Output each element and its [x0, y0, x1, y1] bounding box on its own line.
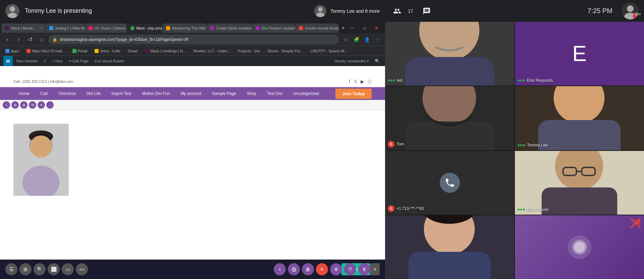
video-grid: ket E Elon Reynolds	[385, 22, 644, 279]
builder-layers-btn[interactable]: ⊞	[19, 263, 32, 275]
bookmark-projects[interactable]: Projects · Jira	[235, 47, 263, 55]
nav-home[interactable]: Home	[13, 87, 35, 100]
divi-delete-btn[interactable]: ✕	[38, 101, 45, 109]
builder-history-btn[interactable]: ⏱	[344, 263, 356, 275]
menu-icon[interactable]: ⋮	[373, 35, 382, 44]
builder-pause-btn[interactable]: ⏸	[358, 263, 370, 275]
builder-cancel-btn[interactable]: ✕	[316, 263, 328, 275]
search-icon[interactable]: 🔍	[372, 56, 382, 66]
tab-murder[interactable]: murder hornet invisible ba... ×	[296, 23, 339, 33]
nav-test-divi[interactable]: Test Divi	[262, 87, 287, 100]
nav-divi-life[interactable]: Divi Life	[81, 87, 106, 100]
close-icon[interactable]: ×	[41, 26, 43, 30]
svg-point-3	[316, 12, 324, 17]
wp-logo[interactable]: W	[3, 56, 13, 66]
bookmark-voice[interactable]: Voice · Calls	[92, 47, 123, 55]
tab-meet[interactable]: Meet - yhp-rzmp-rqu ×	[127, 23, 162, 33]
nav-sample-page[interactable]: Sample Page	[207, 87, 241, 100]
extensions-icon[interactable]: 🧩	[352, 35, 361, 44]
chat-icon[interactable]	[420, 4, 433, 18]
svg-point-2	[318, 7, 323, 12]
discard-button[interactable]: ✕	[370, 263, 380, 275]
nav-checkout[interactable]: Checkout	[53, 87, 81, 100]
builder-add-btn[interactable]: +	[274, 263, 286, 275]
builder-menu-btn[interactable]: ☰	[5, 263, 17, 275]
builder-mobile-btn[interactable]: ▭	[62, 263, 74, 275]
tab-slack[interactable]: Slack | Marshall | Newlee, |... ×	[1, 23, 46, 33]
bookmark-gmail[interactable]: Gmail	[125, 47, 140, 55]
divi-clone-btn[interactable]: ⧉	[29, 101, 36, 109]
twitter-icon[interactable]: 𝕏	[354, 79, 357, 84]
tab-create[interactable]: Create Sticky Headers, Dyn... ×	[207, 23, 252, 33]
nav-shop[interactable]: Shop	[241, 87, 262, 100]
builder-search-btn[interactable]: 🔍	[34, 263, 46, 275]
youtube-icon[interactable]: ▶	[361, 79, 364, 84]
nav-my-account[interactable]: My account	[175, 87, 207, 100]
home-button[interactable]: ⌂	[37, 35, 46, 44]
tab-introducing[interactable]: Introducing The Ultimate V... ×	[163, 23, 206, 33]
bookmark-portal[interactable]: Portal	[70, 47, 90, 55]
wp-exit-builder[interactable]: Exit Visual Builder	[92, 56, 127, 66]
join-today-button[interactable]: Join Today	[335, 89, 372, 99]
divi-settings-btn[interactable]: ⚙	[11, 101, 19, 109]
bookmark-label: Portal	[78, 49, 88, 53]
profile-icon[interactable]: 👤	[362, 35, 372, 44]
divi-more-btn[interactable]: ⋯	[46, 101, 54, 109]
wp-howdy[interactable]: Howdy, newileedev ▾	[332, 56, 372, 66]
status-dot	[523, 79, 525, 81]
facebook-icon[interactable]: f	[349, 79, 350, 84]
site-header: Call: (235) 325-1313 | info@divi.com f 𝕏…	[0, 76, 385, 87]
presenter-avatar	[5, 4, 19, 18]
builder-bottom-bar: ☰ ⊞ 🔍 ⬜ ▭ ≺/≻ + ⏻ 🗑 ✕ ⚙ ⏱ ⏸ 🖱 ✋ ? Save &…	[0, 260, 385, 279]
meet-header-right: Tommy Lee and 6 more	[314, 5, 380, 17]
divi-add-btn[interactable]: +	[3, 101, 10, 109]
bookmark-apps[interactable]: Apps	[3, 47, 22, 55]
website-content: Call: (235) 325-1313 | info@divi.com f 𝕏…	[0, 66, 385, 260]
elon-initial: E	[572, 41, 587, 66]
status-dots	[518, 209, 525, 211]
tab-label: Divi Feature Update! Intro...	[262, 26, 295, 30]
nav-cart[interactable]: Cart	[35, 87, 53, 100]
bookmark-lmgtfy[interactable]: LMGTFY · Search M...	[308, 47, 350, 55]
builder-trash-btn[interactable]: 🗑	[302, 263, 314, 275]
nav-import-test[interactable]: Import Test	[106, 87, 137, 100]
tab-divi-feature[interactable]: Divi Feature Update! Intro... ×	[252, 23, 295, 33]
instagram-icon[interactable]: ⬡	[368, 79, 372, 84]
attendee-info: Tommy Lee and 6 more	[330, 8, 380, 14]
bookmark-mail[interactable]: https://blu179.mail...	[24, 47, 67, 55]
minimize-button[interactable]: ─	[347, 23, 357, 33]
url-bar[interactable]: 🔒 dreamismagine.wpengine.com/?page_id=43…	[48, 35, 339, 44]
builder-tablet-btn[interactable]: ⬜	[48, 263, 60, 275]
builder-settings-btn[interactable]: ⚙	[330, 263, 342, 275]
wp-new-website[interactable]: New Website	[13, 56, 41, 66]
participants-icon[interactable]	[390, 4, 404, 18]
tab-vc-vision[interactable]: VC Vision | Optical + Style ×	[85, 23, 127, 33]
bookmark-label: Voice · Calls	[100, 49, 120, 53]
presenter-text: Tommy Lee is presenting	[25, 7, 92, 14]
bookmark-newlee[interactable]: Newlee, LLC - Calen...	[191, 47, 233, 55]
nav-uncategorized[interactable]: Uncategorized	[287, 87, 324, 100]
builder-power-btn[interactable]: ⏻	[288, 263, 300, 275]
tab-label: VC Vision | Optical + Style	[95, 26, 127, 30]
maximize-button[interactable]: ▭	[360, 23, 369, 33]
tab-testing[interactable]: testing 1 | New Website ×	[46, 23, 85, 33]
bookmarks-bar: Apps https://blu179.mail... Portal Voice…	[0, 46, 385, 56]
bookmark-stores[interactable]: Stores · Shopify Par...	[265, 47, 306, 55]
forward-button[interactable]: ›	[14, 35, 23, 44]
builder-code-btn[interactable]: ≺/≻	[76, 263, 88, 275]
bookmark-label: https://blu179.mail...	[32, 49, 65, 53]
your-avatar: 🎤	[622, 3, 639, 19]
wp-new[interactable]: + New	[49, 56, 65, 66]
wp-edit-page[interactable]: ✏ Edit Page	[66, 56, 92, 66]
new-tab-button[interactable]: +	[339, 24, 347, 32]
bookmark-label: Slack | meetings | N...	[150, 49, 186, 53]
divi-layout-btn[interactable]: ⊞	[20, 101, 28, 109]
close-window-button[interactable]: ✕	[372, 23, 381, 33]
bookmark-star-icon[interactable]: ☆	[341, 35, 350, 44]
back-button[interactable]: ‹	[3, 35, 12, 44]
nav-motion-divi[interactable]: Motion Divi Fun	[137, 87, 175, 100]
wp-comments[interactable]: 0	[41, 56, 49, 66]
status-dot	[520, 79, 522, 81]
bookmark-slack[interactable]: Slack | meetings | N...	[142, 47, 189, 55]
reload-button[interactable]: ↺	[25, 35, 35, 44]
